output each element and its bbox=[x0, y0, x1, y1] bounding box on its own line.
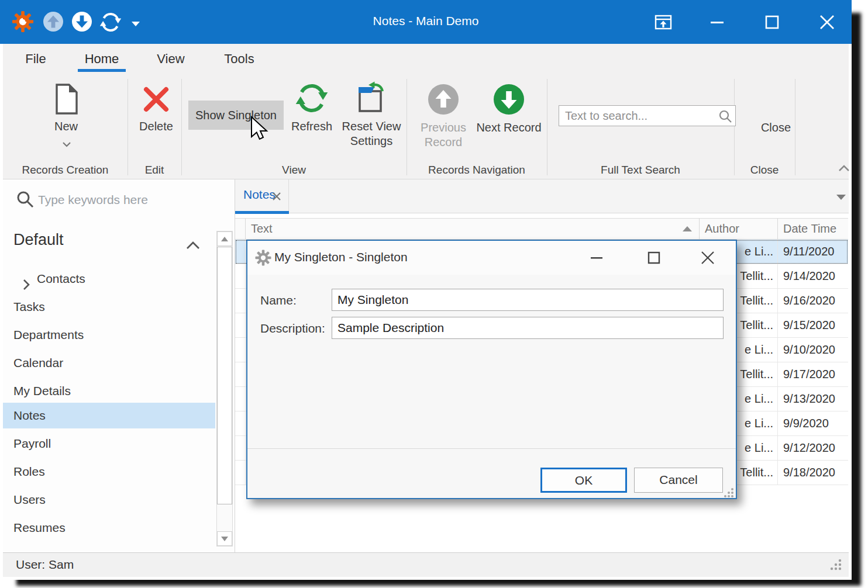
date-cell: 9/9/2020 bbox=[778, 411, 848, 435]
table-header: Text Author Date Time bbox=[235, 218, 848, 240]
column-header-date-time-label: Date Time bbox=[783, 222, 836, 235]
column-header-author[interactable]: Author bbox=[700, 219, 778, 239]
sidebar-scrollbar[interactable] bbox=[216, 231, 233, 547]
minimize-button[interactable] bbox=[707, 12, 728, 33]
sidebar-item-label: Resumes bbox=[13, 521, 66, 534]
reset-view-settings-button[interactable]: Reset View Settings bbox=[336, 81, 407, 157]
sidebar-item-label: Notes bbox=[13, 409, 46, 422]
full-text-search-input[interactable] bbox=[565, 106, 714, 126]
ribbon-tab-view[interactable]: View bbox=[150, 49, 191, 72]
sidebar-search bbox=[3, 185, 213, 213]
dialog-maximize-button[interactable] bbox=[644, 249, 664, 267]
collapse-chevron-up-icon bbox=[186, 236, 200, 254]
tab-list-dropdown-icon[interactable] bbox=[836, 195, 846, 200]
description-field[interactable] bbox=[332, 317, 724, 339]
new-button[interactable]: New bbox=[41, 83, 91, 159]
new-document-icon bbox=[51, 83, 81, 118]
cancel-button[interactable]: Cancel bbox=[634, 468, 723, 493]
window-resize-grip[interactable] bbox=[826, 559, 842, 576]
previous-record-icon bbox=[427, 83, 460, 118]
sidebar-item-label: Calendar bbox=[13, 356, 63, 369]
delete-button[interactable]: Delete bbox=[133, 83, 180, 147]
search-icon[interactable] bbox=[718, 109, 732, 126]
group-label-full-text-search: Full Text Search bbox=[547, 164, 734, 179]
sidebar-search-input[interactable] bbox=[38, 190, 208, 210]
sidebar-search-icon bbox=[16, 190, 35, 211]
mouse-cursor bbox=[246, 116, 271, 146]
collapse-ribbon-icon[interactable] bbox=[653, 12, 674, 33]
ok-button[interactable]: OK bbox=[540, 468, 627, 493]
date-cell: 9/14/2020 bbox=[778, 264, 848, 288]
sidebar-item-tasks[interactable]: Tasks bbox=[3, 294, 215, 320]
minimize-ribbon-chevron-icon[interactable] bbox=[838, 164, 850, 174]
tab-notes[interactable]: Notes bbox=[235, 179, 289, 213]
previous-record-button: Previous Record bbox=[415, 82, 471, 158]
dialog-close-button[interactable] bbox=[698, 249, 718, 267]
reset-view-settings-icon bbox=[354, 81, 388, 117]
column-header-text[interactable]: Text bbox=[246, 219, 700, 239]
sidebar-item-label: Payroll bbox=[13, 437, 51, 450]
nav-group-default-label: Default bbox=[13, 231, 64, 248]
date-cell: 9/13/2020 bbox=[778, 387, 848, 411]
ribbon-tab-file[interactable]: File bbox=[18, 49, 54, 72]
next-record-icon bbox=[492, 83, 525, 118]
description-field-label: Description: bbox=[260, 321, 325, 335]
sidebar-item-roles[interactable]: Roles bbox=[3, 459, 215, 485]
tab-notes-label: Notes bbox=[243, 188, 275, 202]
close-view-button[interactable]: Close bbox=[746, 75, 804, 157]
title-bar: Notes - Main Demo bbox=[0, 0, 852, 44]
next-record-label: Next Record bbox=[474, 120, 544, 135]
sidebar-item-notes[interactable]: Notes bbox=[3, 403, 215, 428]
row-indicator-header bbox=[235, 219, 246, 239]
sidebar-item-label: Users bbox=[13, 493, 46, 506]
sidebar-item-departments[interactable]: Departments bbox=[3, 322, 215, 348]
sidebar-item-my-details[interactable]: My Details bbox=[3, 378, 215, 404]
date-cell: 9/12/2020 bbox=[778, 436, 848, 460]
delete-x-icon bbox=[141, 84, 171, 117]
date-cell: 9/15/2020 bbox=[778, 313, 848, 337]
nav-group-default[interactable]: Default bbox=[13, 231, 206, 257]
name-field-label: Name: bbox=[260, 293, 297, 307]
maximize-button[interactable] bbox=[762, 12, 783, 33]
date-cell: 9/11/2020 bbox=[778, 240, 848, 264]
scroll-down-button[interactable] bbox=[217, 531, 232, 546]
status-bar: User: Sam bbox=[3, 552, 849, 577]
ribbon-tab-home[interactable]: Home bbox=[78, 49, 126, 72]
date-cell: 9/10/2020 bbox=[778, 338, 848, 362]
group-label-close: Close bbox=[734, 164, 795, 179]
full-text-search-box bbox=[559, 105, 736, 126]
ribbon-tab-tools[interactable]: Tools bbox=[217, 49, 261, 72]
column-header-date-time[interactable]: Date Time bbox=[778, 219, 848, 239]
new-label: New bbox=[41, 119, 91, 134]
dialog-title: My Singleton - Singleton bbox=[274, 250, 408, 264]
name-field[interactable] bbox=[332, 289, 724, 311]
reset-view-label-line2: Settings bbox=[350, 134, 392, 147]
previous-record-label-line1: Previous bbox=[421, 121, 466, 134]
group-label-view: View bbox=[181, 164, 407, 179]
dialog-minimize-button[interactable] bbox=[587, 249, 607, 267]
dialog-resize-grip[interactable] bbox=[724, 487, 734, 500]
status-user: User: Sam bbox=[16, 558, 74, 572]
sidebar-item-label: Contacts bbox=[37, 272, 85, 285]
dialog-gear-icon bbox=[254, 249, 272, 269]
document-tab-bar: Notes bbox=[235, 179, 849, 213]
sidebar-item-contacts[interactable]: Contacts bbox=[3, 266, 215, 292]
sidebar-item-payroll[interactable]: Payroll bbox=[3, 431, 215, 456]
tab-close-icon[interactable] bbox=[271, 191, 282, 204]
next-record-button[interactable]: Next Record bbox=[474, 82, 544, 152]
singleton-dialog: My Singleton - Singleton Name: Descripti… bbox=[246, 240, 737, 499]
scrollbar-thumb[interactable] bbox=[217, 247, 232, 504]
refresh-button[interactable]: Refresh bbox=[288, 81, 335, 151]
scroll-up-button[interactable] bbox=[217, 231, 232, 246]
sidebar-item-calendar[interactable]: Calendar bbox=[3, 350, 215, 376]
sidebar-item-resumes[interactable]: Resumes bbox=[3, 515, 215, 541]
delete-label: Delete bbox=[133, 119, 180, 134]
sidebar-item-users[interactable]: Users bbox=[3, 487, 215, 513]
dialog-footer-separator bbox=[247, 448, 736, 449]
close-window-button[interactable] bbox=[817, 12, 838, 33]
sidebar-item-label: Roles bbox=[13, 465, 45, 478]
refresh-label: Refresh bbox=[286, 119, 337, 134]
ribbon-tab-bar: File Home View Tools bbox=[3, 44, 849, 75]
previous-record-label-line2: Record bbox=[425, 136, 462, 148]
new-dropdown-chevron-icon bbox=[63, 139, 71, 150]
